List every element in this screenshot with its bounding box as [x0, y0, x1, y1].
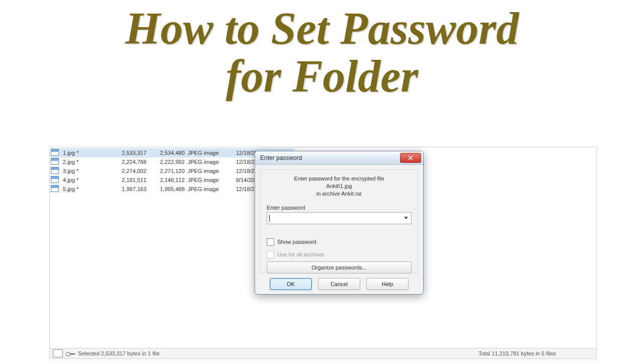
file-type: JPEG image: [188, 185, 236, 194]
image-file-icon: [51, 185, 59, 192]
file-packed: 2,534,480: [149, 148, 188, 157]
status-selected: Selected 2,533,317 bytes in 1 file: [78, 350, 159, 356]
text-cursor: [269, 215, 270, 222]
file-packed: 1,995,488: [149, 185, 188, 194]
title-line-2: for Folder: [0, 53, 644, 101]
file-size: 2,181,511: [111, 175, 149, 185]
use-for-all-label: Use for all archives: [277, 251, 325, 257]
dialog-title: Enter password: [260, 154, 302, 161]
file-packed: 2,148,112: [149, 175, 188, 185]
password-input[interactable]: [267, 212, 412, 224]
dialog-titlebar[interactable]: Enter password: [255, 151, 423, 165]
close-button[interactable]: [400, 153, 421, 163]
file-name: 5.jpg *: [63, 185, 111, 194]
file-type: JPEG image: [188, 148, 236, 157]
show-password-label: Show password: [277, 239, 316, 245]
file-name: 3.jpg *: [63, 166, 111, 175]
file-type: JPEG image: [188, 175, 236, 185]
chevron-down-icon[interactable]: [404, 217, 408, 219]
title-line-1: How to Set Password: [0, 5, 644, 53]
password-dialog: Enter password Enter password for the en…: [255, 151, 424, 295]
image-file-icon: [51, 158, 59, 165]
file-packed: 2,222,992: [149, 157, 188, 166]
dialog-msg-line2: Ankit\1.jpg: [267, 183, 412, 190]
file-size: 2,224,788: [111, 157, 149, 166]
status-total: Total 11,210,781 bytes in 5 files: [478, 350, 556, 356]
status-bar: Selected 2,533,317 bytes in 1 file Total…: [50, 348, 596, 358]
disk-icon: [53, 349, 63, 357]
use-for-all-checkbox: [267, 251, 274, 258]
dialog-msg-line3: in archive Ankit.rar: [267, 190, 412, 198]
file-size: 2,533,317: [111, 148, 149, 157]
dialog-body: Enter password for the encrypted file An…: [260, 169, 418, 273]
file-name: 1.jpg *: [63, 148, 111, 157]
file-size: 1,997,163: [111, 185, 149, 194]
image-file-icon: [51, 176, 59, 183]
help-button[interactable]: Help: [366, 278, 409, 290]
cancel-button[interactable]: Cancel: [318, 278, 360, 290]
password-label: Enter password: [267, 205, 412, 211]
key-icon: [66, 351, 75, 356]
image-file-icon: [51, 149, 59, 156]
close-icon: [408, 155, 413, 160]
tutorial-title: How to Set Password for Folder: [0, 0, 644, 100]
file-type: JPEG image: [188, 157, 236, 166]
file-name: 2.jpg *: [63, 157, 111, 166]
show-password-row[interactable]: Show password: [267, 238, 412, 246]
file-size: 2,274,002: [111, 166, 149, 175]
organize-passwords-button[interactable]: Organize passwords...: [267, 261, 412, 274]
use-for-all-row: Use for all archives: [267, 251, 412, 258]
ok-button[interactable]: OK: [270, 278, 312, 290]
dialog-msg-line1: Enter password for the encrypted file: [267, 175, 412, 183]
dialog-message: Enter password for the encrypted file An…: [267, 175, 412, 198]
image-file-icon: [51, 167, 59, 174]
dialog-buttons: OK Cancel Help: [255, 278, 423, 290]
show-password-checkbox[interactable]: [267, 238, 274, 246]
file-type: JPEG image: [188, 166, 236, 175]
file-packed: 2,271,120: [149, 166, 188, 175]
file-name: 4.jpg *: [63, 175, 111, 185]
